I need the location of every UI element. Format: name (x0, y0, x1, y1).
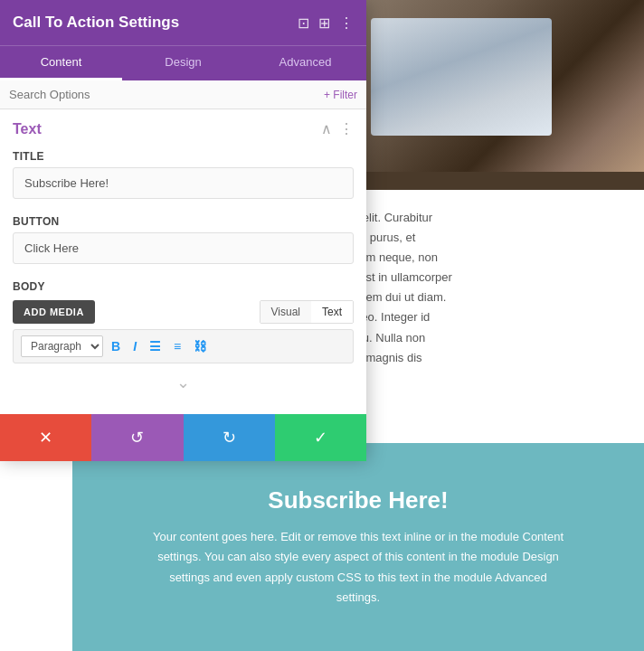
tab-advanced[interactable]: Advanced (244, 46, 366, 80)
more-icon[interactable]: ⋮ (339, 120, 354, 137)
format-select[interactable]: Paragraph (21, 335, 103, 357)
tab-content[interactable]: Content (0, 46, 122, 80)
teal-body: Your content goes here. Edit or remove t… (150, 527, 566, 607)
panel-content: Text ∧ ⋮ Title Button Body ADD MEDIA Vis… (0, 109, 366, 461)
teal-cta-section: Subscribe Here! Your content goes here. … (72, 443, 644, 651)
collapse-icon[interactable]: ∧ (321, 120, 332, 137)
visual-text-tabs: Visual Text (260, 300, 354, 324)
laptop-image (344, 0, 644, 190)
body-label: Body (13, 280, 354, 293)
button-field-group: Button (13, 215, 354, 277)
teal-title: Subscribe Here! (268, 486, 448, 514)
undo-button[interactable]: ↺ (91, 414, 183, 461)
tab-design[interactable]: Design (122, 46, 244, 80)
tab-visual[interactable]: Visual (260, 301, 311, 323)
icon-responsive[interactable]: ⊡ (298, 14, 309, 32)
add-media-button[interactable]: ADD MEDIA (13, 300, 95, 324)
button-label: Button (13, 215, 354, 228)
button-input[interactable] (13, 232, 354, 264)
body-text-content: g elit. Curabitur llis purus, et dum neq… (353, 208, 624, 368)
section-header: Text ∧ ⋮ (13, 120, 354, 137)
ul-button[interactable]: ☰ (145, 337, 166, 355)
search-bar: + Filter (0, 80, 366, 109)
section-title: Text (13, 121, 42, 137)
scroll-down-indicator: ⌄ (13, 373, 354, 392)
action-bar: ✕ ↺ ↻ ✓ (0, 414, 366, 461)
editor-toolbar-top: ADD MEDIA Visual Text (13, 300, 354, 324)
italic-button[interactable]: I (128, 337, 141, 355)
icon-grid[interactable]: ⊞ (318, 14, 330, 32)
panel-title: Call To Action Settings (13, 14, 179, 32)
icon-more[interactable]: ⋮ (339, 14, 354, 32)
redo-button[interactable]: ↻ (184, 414, 275, 461)
tab-text[interactable]: Text (311, 301, 353, 323)
search-input[interactable] (9, 88, 324, 101)
ol-button[interactable]: ≡ (169, 337, 185, 355)
title-field-group: Title (13, 150, 354, 212)
panel-header-icons: ⊡ ⊞ ⋮ (298, 14, 354, 32)
filter-button[interactable]: + Filter (324, 89, 357, 101)
link-button[interactable]: ⛓ (189, 337, 211, 355)
save-button[interactable]: ✓ (275, 414, 366, 461)
title-input[interactable] (13, 167, 354, 199)
editor-toolbar-bottom: Paragraph B I ☰ ≡ ⛓ (13, 329, 354, 363)
panel-header: Call To Action Settings ⊡ ⊞ ⋮ (0, 0, 366, 45)
title-label: Title (13, 150, 354, 163)
settings-panel: Call To Action Settings ⊡ ⊞ ⋮ Content De… (0, 0, 366, 461)
close-button[interactable]: ✕ (0, 414, 91, 461)
panel-tabs: Content Design Advanced (0, 45, 366, 80)
section-actions: ∧ ⋮ (321, 120, 354, 137)
body-section: Body ADD MEDIA Visual Text Paragraph B I… (13, 280, 354, 363)
bold-button[interactable]: B (107, 337, 125, 355)
